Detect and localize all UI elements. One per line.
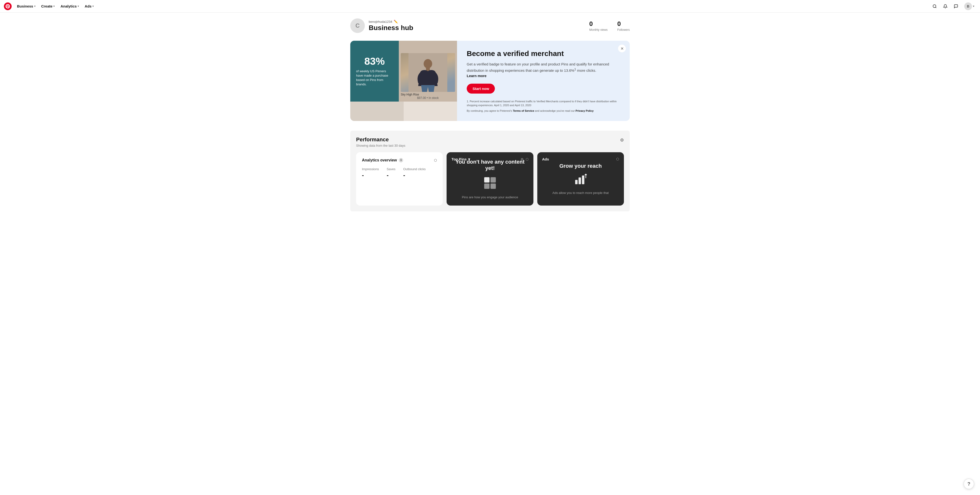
followers-stat: 0 Followers <box>617 20 630 32</box>
metric-saves: Saves - <box>387 167 395 179</box>
promo-footnote: 1. Percent increase calculated based on … <box>467 99 620 107</box>
ads-card: Ads ⬡ Grow your reach <box>537 152 624 206</box>
promo-close-button[interactable]: ✕ <box>618 44 626 52</box>
promo-stat-box: 83% of weekly US Pinners have made a pur… <box>350 41 399 102</box>
svg-rect-11 <box>582 176 584 184</box>
promo-product-name: Sky High Rise <box>401 93 455 96</box>
nav-business-chevron: ▾ <box>34 5 35 8</box>
nav-analytics-chevron: ▾ <box>78 5 79 8</box>
promo-product-img: Sky High Rise $97.00 • In stock <box>399 41 457 102</box>
nav-create-label: Create <box>41 4 52 8</box>
svg-rect-7 <box>484 184 490 189</box>
notifications-button[interactable] <box>941 2 950 11</box>
nav-ads-label: Ads <box>85 4 91 8</box>
promo-terms: By continuing, you agree to Pinterest's … <box>467 109 620 112</box>
top-pins-header: Top Pins ▾ ⚙ ⬡ <box>452 157 528 162</box>
metric-saves-value: - <box>387 172 395 179</box>
top-pins-external-link-icon[interactable]: ⬡ <box>526 157 528 161</box>
promo-images: 83% of weekly US Pinners have made a pur… <box>350 41 457 121</box>
nav-analytics[interactable]: Analytics ▾ <box>58 3 81 10</box>
ads-empty-title: Grow your reach <box>552 163 609 169</box>
promo-product-figure <box>401 53 455 92</box>
promo-content: Become a verified merchant Get a verifie… <box>457 41 630 121</box>
privacy-link[interactable]: Privacy Policy <box>576 109 594 112</box>
profile-avatar: C <box>350 18 365 33</box>
ads-empty-state: Grow your reach Ads allow you to reach m… <box>552 163 609 195</box>
svg-line-1 <box>935 7 936 8</box>
metric-impressions: Impressions - <box>362 167 379 179</box>
monthly-views-value: 0 <box>589 20 608 28</box>
page-content: C benojirhuda1234 ✏️ Business hub 0 Mont… <box>344 13 636 217</box>
profile-header: C benojirhuda1234 ✏️ Business hub 0 Mont… <box>350 18 630 33</box>
svg-rect-8 <box>490 184 496 189</box>
learn-more-link[interactable]: Learn more <box>467 74 487 78</box>
edit-profile-icon[interactable]: ✏️ <box>394 20 398 24</box>
user-menu[interactable]: B ▾ <box>962 2 976 11</box>
analytics-card-header: Analytics overview ℹ ⬡ <box>362 158 437 162</box>
followers-label: Followers <box>617 28 630 32</box>
analytics-overview-card: Analytics overview ℹ ⬡ Impressions - Sav… <box>356 152 443 206</box>
nav-analytics-label: Analytics <box>60 4 76 8</box>
top-pins-title[interactable]: Top Pins ▾ <box>452 157 470 162</box>
nav-right: B ▾ <box>930 2 976 11</box>
metric-impressions-value: - <box>362 172 379 179</box>
top-pins-card: Top Pins ▾ ⚙ ⬡ You don't have any conten… <box>447 152 533 206</box>
search-button[interactable] <box>930 2 939 11</box>
promo-bottom-left <box>350 102 404 121</box>
performance-title-group: Performance Showing data from the last 3… <box>356 136 405 148</box>
promo-stat-percent: 83% <box>364 56 385 67</box>
metric-outbound-clicks-value: - <box>403 172 426 179</box>
nav-business[interactable]: Business ▾ <box>14 3 38 10</box>
top-pins-desc: Pins are how you engage your audience <box>452 195 527 199</box>
top-pins-empty-state: You don't have any content yet! Pins are… <box>452 159 527 199</box>
nav-ads[interactable]: Ads ▾ <box>82 3 96 10</box>
svg-point-3 <box>423 59 432 68</box>
metric-outbound-clicks-label: Outbound clicks <box>403 167 426 171</box>
performance-cards: Analytics overview ℹ ⬡ Impressions - Sav… <box>356 152 624 206</box>
analytics-card-title: Analytics overview ℹ <box>362 158 403 162</box>
profile-title: Business hub <box>369 24 589 32</box>
promo-bottom-right <box>404 102 457 121</box>
navbar: Business ▾ Create ▾ Analytics ▾ Ads ▾ B <box>0 0 980 13</box>
ads-external-link-icon[interactable]: ⬡ <box>616 157 619 161</box>
user-avatar: B <box>964 2 972 10</box>
ads-card-title: Ads <box>542 157 549 161</box>
nav-items: Business ▾ Create ▾ Analytics ▾ Ads ▾ <box>14 3 930 10</box>
performance-header: Performance Showing data from the last 3… <box>356 136 624 148</box>
profile-username-text: benojirhuda1234 <box>369 20 392 24</box>
performance-section: Performance Showing data from the last 3… <box>350 131 630 211</box>
pinterest-logo[interactable] <box>4 2 12 10</box>
user-chevron: ▾ <box>973 5 974 8</box>
analytics-metrics: Impressions - Saves - Outbound clicks - <box>362 167 437 179</box>
top-pins-chevron-icon: ▾ <box>468 157 470 162</box>
nav-business-label: Business <box>17 4 33 8</box>
monthly-views-stat: 0 Monthly views <box>589 20 608 32</box>
ads-desc: Ads allow you to reach more people that <box>552 191 609 195</box>
profile-info: benojirhuda1234 ✏️ Business hub <box>369 20 589 32</box>
profile-username-row: benojirhuda1234 ✏️ <box>369 20 589 24</box>
ads-empty-icon <box>552 173 609 188</box>
analytics-info-icon[interactable]: ℹ <box>399 158 403 162</box>
promo-img-top: 83% of weekly US Pinners have made a pur… <box>350 41 457 102</box>
promo-description: Get a verified badge to feature on your … <box>467 62 620 79</box>
nav-create[interactable]: Create ▾ <box>39 3 57 10</box>
ads-card-header: Ads ⬡ <box>542 157 619 161</box>
metric-impressions-label: Impressions <box>362 167 379 171</box>
analytics-external-link-icon[interactable]: ⬡ <box>434 158 437 162</box>
svg-point-0 <box>933 5 936 8</box>
top-pins-empty-icon <box>452 176 527 192</box>
svg-rect-9 <box>575 180 578 184</box>
svg-rect-10 <box>579 178 581 184</box>
promo-bottom-images <box>350 102 457 121</box>
start-now-button[interactable]: Start now <box>467 84 495 94</box>
profile-stats: 0 Monthly views 0 Followers <box>589 20 630 32</box>
filter-icon[interactable]: ⚙ <box>620 138 624 143</box>
terms-link[interactable]: Terms of Service <box>513 109 534 112</box>
messages-button[interactable] <box>951 2 960 11</box>
promo-title: Become a verified merchant <box>467 49 620 58</box>
metric-outbound-clicks: Outbound clicks - <box>403 167 426 179</box>
svg-rect-5 <box>484 177 490 182</box>
monthly-views-label: Monthly views <box>589 28 608 32</box>
top-pins-filter-icon[interactable]: ⚙ <box>520 157 524 161</box>
performance-subtitle: Showing data from the last 30 days <box>356 144 405 148</box>
